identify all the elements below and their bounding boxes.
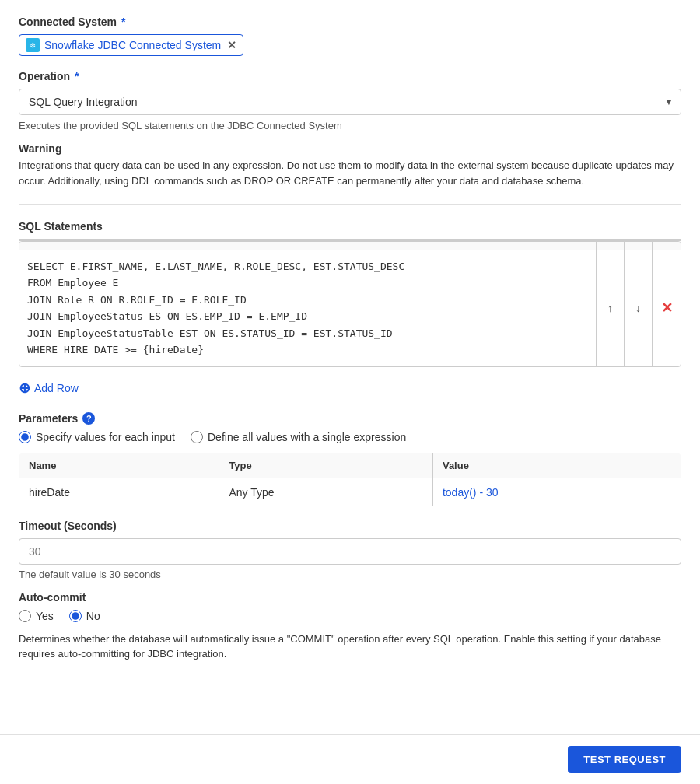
timeout-label: Timeout (Seconds) <box>19 520 681 532</box>
sql-move-down-button[interactable]: ↓ <box>625 250 653 366</box>
parameters-label: Parameters <box>19 412 78 425</box>
sql-header-delete <box>653 242 681 250</box>
operation-select-wrapper: SQL Query Integration ▼ <box>19 89 681 115</box>
add-row-container: ⊕ Add Row <box>19 367 681 400</box>
warning-section: Warning Integrations that query data can… <box>19 142 681 188</box>
autocommit-label: Auto-commit <box>19 591 681 604</box>
plus-icon: ⊕ <box>19 381 30 395</box>
autocommit-no-label: No <box>86 610 100 622</box>
autocommit-yes-radio[interactable] <box>19 610 31 622</box>
sql-delete-button[interactable]: ✕ <box>653 250 681 366</box>
sql-table-header-row <box>19 240 681 240</box>
help-icon[interactable]: ? <box>82 412 95 425</box>
snowflake-icon: ❄ <box>26 38 40 52</box>
operation-required-star: * <box>72 70 79 82</box>
params-header-type: Type <box>219 453 433 478</box>
specify-values-option[interactable]: Specify values for each input <box>19 431 175 443</box>
delete-icon: ✕ <box>661 299 673 317</box>
params-header-value: Value <box>432 453 681 478</box>
param-value-cell: today() - 30 <box>432 478 681 506</box>
define-values-label: Define all values with a single expressi… <box>208 431 406 443</box>
sql-header-up <box>597 242 625 250</box>
autocommit-no-option[interactable]: No <box>69 610 100 622</box>
warning-title: Warning <box>19 142 681 155</box>
sql-statements-label: SQL Statements <box>19 220 681 233</box>
operation-description: Executes the provided SQL statements on … <box>19 120 681 131</box>
specify-values-radio[interactable] <box>19 431 31 443</box>
parameters-radio-group: Specify values for each input Define all… <box>19 431 681 443</box>
sql-statements-section: SQL Statements SELECT E.FIRST_NAME, E.LA… <box>19 220 681 400</box>
operation-section: Operation * SQL Query Integration ▼ Exec… <box>19 70 681 131</box>
connected-system-tag: ❄ Snowflake JDBC Connected System ✕ <box>19 34 243 56</box>
timeout-input[interactable] <box>19 538 681 565</box>
add-row-button[interactable]: ⊕ Add Row <box>19 373 681 397</box>
arrow-down-icon: ↓ <box>635 302 641 314</box>
parameters-header: Parameters ? <box>19 412 681 425</box>
autocommit-description: Determines whether the database will aut… <box>19 632 681 662</box>
autocommit-section: Auto-commit Yes No Determines whether th… <box>19 591 681 662</box>
parameters-table: Name Type Value hireDate Any Type today(… <box>19 453 681 507</box>
define-values-option[interactable]: Define all values with a single expressi… <box>191 431 406 443</box>
param-value-link[interactable]: today() - 30 <box>443 486 499 499</box>
autocommit-no-radio[interactable] <box>69 610 82 622</box>
autocommit-yes-option[interactable]: Yes <box>19 610 54 622</box>
page-container: Connected System * ❄ Snowflake JDBC Conn… <box>0 0 700 784</box>
connected-system-section: Connected System * ❄ Snowflake JDBC Conn… <box>19 16 681 56</box>
autocommit-yes-label: Yes <box>36 610 54 622</box>
timeout-section: Timeout (Seconds) The default value is 3… <box>19 520 681 580</box>
add-row-label: Add Row <box>34 382 79 394</box>
footer-bar: TEST REQUEST <box>0 734 700 784</box>
operation-label: Operation * <box>19 70 681 82</box>
sql-content-row: SELECT E.FIRST_NAME, E.LAST_NAME, R.ROLE… <box>19 250 681 366</box>
params-header-name: Name <box>19 453 219 478</box>
connected-system-label: Connected System * <box>19 16 681 28</box>
warning-text: Integrations that query data can be used… <box>19 158 681 188</box>
arrow-up-icon: ↑ <box>607 302 613 314</box>
table-row: hireDate Any Type today() - 30 <box>19 478 681 506</box>
connected-system-tag-label: Snowflake JDBC Connected System <box>44 39 221 51</box>
test-request-button[interactable]: TEST REQUEST <box>568 746 681 773</box>
divider-1 <box>19 204 681 205</box>
autocommit-radio-group: Yes No <box>19 610 681 622</box>
param-name-cell: hireDate <box>19 478 219 506</box>
param-type-cell: Any Type <box>219 478 433 506</box>
sql-code-cell[interactable]: SELECT E.FIRST_NAME, E.LAST_NAME, R.ROLE… <box>19 250 597 366</box>
specify-values-label: Specify values for each input <box>36 431 175 443</box>
sql-statements-container: SELECT E.FIRST_NAME, E.LAST_NAME, R.ROLE… <box>19 241 681 367</box>
define-values-radio[interactable] <box>191 431 203 443</box>
parameters-section: Parameters ? Specify values for each inp… <box>19 412 681 507</box>
sql-move-up-button[interactable]: ↑ <box>597 250 625 366</box>
svg-text:❄: ❄ <box>30 41 36 50</box>
sql-header-query <box>19 242 597 250</box>
remove-connected-system-button[interactable]: ✕ <box>227 39 236 51</box>
sql-header-down <box>625 242 653 250</box>
sql-header-row <box>19 242 681 250</box>
timeout-hint: The default value is 30 seconds <box>19 569 681 580</box>
operation-select[interactable]: SQL Query Integration <box>19 89 681 115</box>
required-star: * <box>118 16 125 28</box>
